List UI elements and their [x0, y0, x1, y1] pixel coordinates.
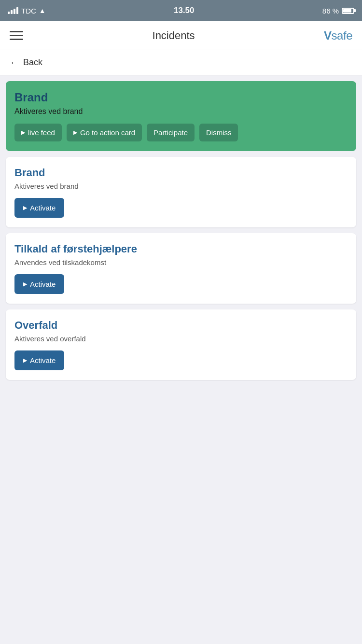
- activate-assault-button[interactable]: ▶ Activate: [14, 350, 64, 370]
- play-icon: ▶: [23, 281, 27, 287]
- active-incident-actions: ▶ live feed ▶ Go to action card Particip…: [14, 124, 348, 141]
- activate-brand-button[interactable]: ▶ Activate: [14, 198, 64, 218]
- active-incident-card: Brand Aktiveres ved brand ▶ live feed ▶ …: [6, 81, 356, 151]
- header: Incidents Vsafe: [0, 21, 362, 50]
- assault-incident-subtitle: Aktiveres ved overfald: [14, 335, 348, 343]
- battery-percent-label: 86 %: [322, 7, 339, 15]
- go-to-action-card-label: Go to action card: [80, 128, 135, 137]
- signal-bars-icon: [8, 7, 18, 14]
- dismiss-button[interactable]: Dismiss: [199, 124, 238, 141]
- active-incident-title: Brand: [14, 91, 348, 104]
- activate-assault-label: Activate: [30, 356, 56, 364]
- incident-list: Brand Aktiveres ved brand ▶ live feed ▶ …: [0, 75, 362, 386]
- hamburger-menu-button[interactable]: [10, 31, 23, 40]
- active-incident-subtitle: Aktiveres ved brand: [14, 107, 348, 116]
- play-icon: ▶: [73, 129, 77, 136]
- activate-firstaid-label: Activate: [30, 280, 56, 288]
- activate-firstaid-button[interactable]: ▶ Activate: [14, 274, 64, 294]
- back-label: Back: [23, 57, 42, 68]
- brand-incident-subtitle: Aktiveres ved brand: [14, 182, 348, 190]
- status-bar-right: 86 %: [322, 7, 354, 15]
- activate-brand-label: Activate: [30, 204, 56, 212]
- assault-incident-card: Overfald Aktiveres ved overfald ▶ Activa…: [6, 309, 356, 380]
- status-bar-time: 13.50: [174, 6, 195, 15]
- brand-incident-title: Brand: [14, 167, 348, 179]
- play-icon: ▶: [23, 205, 27, 211]
- play-icon: ▶: [21, 129, 25, 136]
- live-feed-button[interactable]: ▶ live feed: [14, 124, 62, 141]
- firstaid-incident-title: Tilkald af førstehjælpere: [14, 243, 348, 255]
- play-icon: ▶: [23, 357, 27, 364]
- app-logo: Vsafe: [324, 29, 352, 42]
- dismiss-label: Dismiss: [206, 128, 232, 137]
- logo-v: V: [324, 29, 332, 42]
- carrier-label: TDC: [21, 7, 36, 15]
- status-bar-left: TDC ▲: [8, 7, 46, 15]
- go-to-action-card-button[interactable]: ▶ Go to action card: [67, 124, 142, 141]
- status-bar: TDC ▲ 13.50 86 %: [0, 0, 362, 21]
- firstaid-incident-card: Tilkald af førstehjælpere Anvendes ved t…: [6, 233, 356, 304]
- live-feed-label: live feed: [28, 128, 55, 137]
- page-title: Incidents: [153, 29, 195, 42]
- participate-label: Participate: [153, 128, 188, 137]
- battery-icon: [342, 8, 354, 14]
- back-button[interactable]: ← Back: [0, 50, 362, 75]
- logo-safe: safe: [332, 29, 352, 42]
- firstaid-incident-subtitle: Anvendes ved tilskadekomst: [14, 258, 348, 266]
- back-arrow-icon: ←: [10, 57, 19, 68]
- assault-incident-title: Overfald: [14, 319, 348, 332]
- wifi-icon: ▲: [39, 7, 46, 14]
- participate-button[interactable]: Participate: [147, 124, 195, 141]
- brand-incident-card: Brand Aktiveres ved brand ▶ Activate: [6, 157, 356, 227]
